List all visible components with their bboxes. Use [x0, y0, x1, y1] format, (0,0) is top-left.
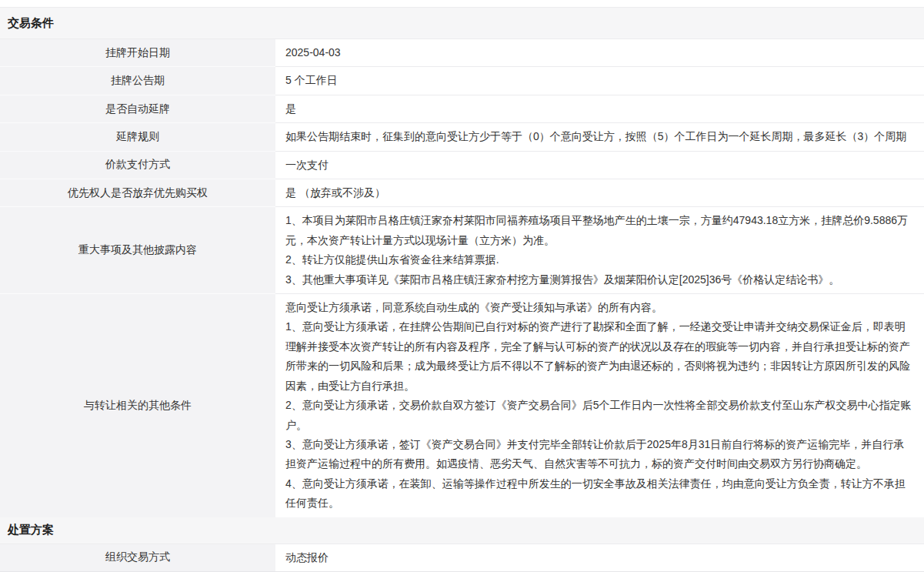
- row-label: 延牌规则: [0, 123, 275, 151]
- row-label: 组织交易方式: [0, 544, 275, 571]
- row-label: 是否自动延牌: [0, 95, 275, 123]
- section-header-trade-conditions: 交易条件: [0, 8, 924, 39]
- row-value: 2025-04-03: [275, 39, 924, 67]
- section-title: 处置方案: [8, 523, 54, 537]
- table-row-listing-start-date: 挂牌开始日期 2025-04-03: [0, 39, 924, 67]
- table-row-preemptive-right-waiver: 优先权人是否放弃优先购买权 是 （放弃或不涉及）: [0, 179, 924, 207]
- row-label: 挂牌开始日期: [0, 39, 275, 67]
- row-value: 1、本项目为莱阳市吕格庄镇汪家夼村莱阳市同福养殖场项目平整场地产生的土壤一宗，方…: [275, 207, 924, 294]
- row-value: 是 （放弃或不涉及）: [275, 179, 924, 207]
- row-value: 5 个工作日: [275, 67, 924, 95]
- listing-detail-table: 交易条件 挂牌开始日期 2025-04-03 挂牌公告期 5 个工作日 是否自动…: [0, 7, 924, 572]
- row-label: 重大事项及其他披露内容: [0, 207, 275, 294]
- row-label: 与转让相关的其他条件: [0, 294, 275, 517]
- row-value: 意向受让方须承诺，同意系统自动生成的《资产受让须知与承诺》的所有内容。 1、意向…: [275, 294, 924, 517]
- row-label: 价款支付方式: [0, 152, 275, 179]
- table-row-other-transfer-conditions: 与转让相关的其他条件 意向受让方须承诺，同意系统自动生成的《资产受让须知与承诺》…: [0, 294, 924, 517]
- row-value: 动态报价: [275, 544, 924, 571]
- row-value: 一次支付: [275, 152, 924, 179]
- section-disposal-plan: 处置方案 组织交易方式 动态报价: [0, 517, 924, 571]
- table-row-extension-rules: 延牌规则 如果公告期结束时，征集到的意向受让方少于等于（0）个意向受让方，按照（…: [0, 123, 924, 151]
- row-value: 是: [275, 95, 924, 123]
- row-value: 如果公告期结束时，征集到的意向受让方少于等于（0）个意向受让方，按照（5）个工作…: [275, 123, 924, 151]
- row-label: 优先权人是否放弃优先购买权: [0, 179, 275, 207]
- section-title: 交易条件: [8, 16, 54, 31]
- table-row-major-disclosures: 重大事项及其他披露内容 1、本项目为莱阳市吕格庄镇汪家夼村莱阳市同福养殖场项目平…: [0, 207, 924, 294]
- table-row-announcement-period: 挂牌公告期 5 个工作日: [0, 67, 924, 95]
- section-header-disposal-plan: 处置方案: [0, 517, 924, 544]
- row-label: 挂牌公告期: [0, 67, 275, 95]
- section-trade-conditions: 交易条件 挂牌开始日期 2025-04-03 挂牌公告期 5 个工作日 是否自动…: [0, 8, 924, 517]
- table-row-payment-method: 价款支付方式 一次支付: [0, 152, 924, 179]
- table-row-auto-extension: 是否自动延牌 是: [0, 95, 924, 123]
- table-row-trade-organization-method: 组织交易方式 动态报价: [0, 544, 924, 571]
